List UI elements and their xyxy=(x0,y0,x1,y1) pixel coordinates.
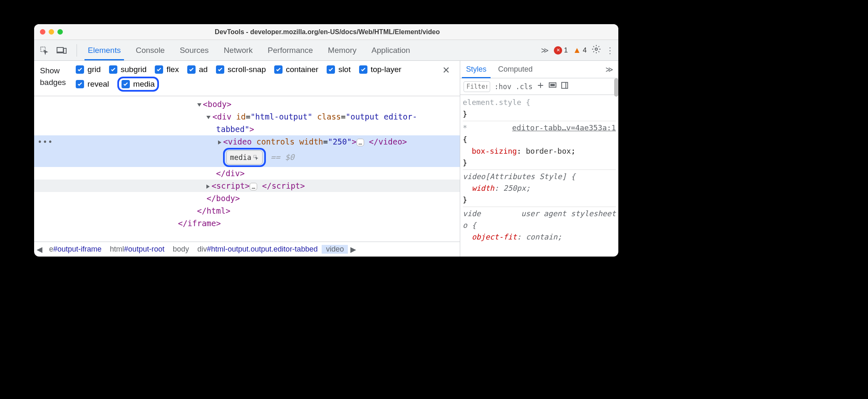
rule-source-link[interactable]: editor-tabb…v=4ae353a:1 xyxy=(512,122,616,134)
computed-style-icon[interactable] xyxy=(548,82,557,91)
dom-node[interactable]: <div id="html-output" class="output edit… xyxy=(34,110,460,123)
css-value[interactable]: 250px xyxy=(503,184,526,192)
error-count: 1 xyxy=(564,46,568,55)
tab-styles[interactable]: Styles xyxy=(460,61,492,78)
styles-tabs: Styles Computed ≫ xyxy=(460,61,618,78)
more-menu-icon[interactable]: ⋮ xyxy=(606,45,614,55)
elements-pane: Showbadges grid subgrid flex ad scroll-s… xyxy=(34,61,460,257)
close-badges-bar[interactable]: ✕ xyxy=(438,65,454,76)
badge-flex[interactable]: flex xyxy=(155,65,179,74)
new-rule-icon[interactable] xyxy=(537,82,544,91)
tab-elements[interactable]: Elements xyxy=(80,40,128,60)
hov-button[interactable]: :hov xyxy=(494,82,511,91)
dom-selected-node[interactable]: ••• <video controls width="250">… </vide… xyxy=(34,135,460,167)
checkbox-icon xyxy=(359,65,367,74)
css-property[interactable]: box-sizing xyxy=(472,147,517,155)
checkbox-icon xyxy=(109,65,117,74)
expand-icon[interactable] xyxy=(206,116,211,119)
toolbar-right: ≫ ✕1 ▲4 ⋮ xyxy=(541,45,614,56)
badge-scroll-snap[interactable]: scroll-snap xyxy=(216,65,266,74)
ua-stylesheet-label: user agent stylesheet xyxy=(521,208,616,219)
css-value[interactable]: contain xyxy=(526,232,558,241)
dom-tree[interactable]: <body> <div id="html-output" class="outp… xyxy=(34,96,460,242)
gutter-icon: ••• xyxy=(34,135,56,148)
expand-icon[interactable] xyxy=(197,103,201,107)
media-badge[interactable]: media xyxy=(226,150,263,165)
svg-rect-9 xyxy=(551,84,554,86)
breadcrumb-left-icon[interactable]: ◀ xyxy=(34,245,45,254)
badge-reveal[interactable]: reveal xyxy=(76,77,109,92)
window-title: DevTools - developer.mozilla.org/en-US/d… xyxy=(42,28,613,36)
badges-bar: Showbadges grid subgrid flex ad scroll-s… xyxy=(34,61,460,96)
checkbox-icon xyxy=(187,65,196,74)
panel-tabs: Elements Console Sources Network Perform… xyxy=(80,40,418,60)
rule-selector[interactable]: * xyxy=(463,123,467,132)
settings-icon[interactable] xyxy=(592,45,601,56)
tab-memory[interactable]: Memory xyxy=(320,40,364,60)
badge-grid[interactable]: grid xyxy=(76,65,101,74)
checkbox-icon xyxy=(274,65,283,74)
more-tabs-icon[interactable]: ≫ xyxy=(541,46,549,55)
scrollbar-thumb[interactable] xyxy=(614,78,618,97)
badge-slot[interactable]: slot xyxy=(327,65,351,74)
ellipsis-pill[interactable]: … xyxy=(357,139,364,146)
tab-sources[interactable]: Sources xyxy=(172,40,216,60)
checkbox-icon xyxy=(216,65,224,74)
dom-node[interactable]: </iframe> xyxy=(34,217,460,229)
dom-node[interactable]: </body> xyxy=(34,192,460,204)
toggle-sidebar-icon[interactable] xyxy=(561,82,568,91)
breadcrumb-right-icon[interactable]: ▶ xyxy=(348,245,359,254)
breadcrumb: ◀ e#output-iframe html#output-root body … xyxy=(34,242,460,257)
warning-icon: ▲ xyxy=(573,45,581,55)
expand-icon[interactable] xyxy=(206,185,210,189)
checkbox-icon xyxy=(76,80,84,88)
tab-application[interactable]: Application xyxy=(364,40,418,60)
svg-rect-3 xyxy=(64,48,66,53)
css-property[interactable]: object-fit xyxy=(472,232,517,241)
expand-icon[interactable] xyxy=(218,140,221,145)
badge-top-layer[interactable]: top-layer xyxy=(359,65,402,74)
more-tabs-icon[interactable]: ≫ xyxy=(600,61,618,78)
tab-console[interactable]: Console xyxy=(128,40,172,60)
dom-node[interactable]: </html> xyxy=(34,204,460,217)
errors-indicator[interactable]: ✕1 xyxy=(554,46,568,55)
inspect-element-icon[interactable] xyxy=(38,45,50,56)
breadcrumb-item[interactable]: body xyxy=(169,245,193,254)
main-toolbar: Elements Console Sources Network Perform… xyxy=(34,40,618,61)
tab-performance[interactable]: Performance xyxy=(260,40,320,60)
media-badge-highlighted: media xyxy=(223,148,266,167)
filter-input[interactable] xyxy=(464,81,490,92)
breadcrumb-item[interactable]: html#output-root xyxy=(106,245,169,254)
rule-selector[interactable]: element.style { xyxy=(463,98,531,107)
css-property[interactable]: width xyxy=(472,184,494,192)
badges-items: grid subgrid flex ad scroll-snap contain… xyxy=(76,65,438,92)
warnings-indicator[interactable]: ▲4 xyxy=(573,45,587,55)
rule-brace: } xyxy=(463,110,467,118)
breadcrumb-item[interactable]: e#output-iframe xyxy=(45,245,106,254)
rule-selector[interactable]: vide xyxy=(463,209,481,218)
dom-node[interactable]: <script>… </script> xyxy=(34,180,460,192)
titlebar: DevTools - developer.mozilla.org/en-US/d… xyxy=(34,24,618,40)
styles-body[interactable]: element.style { } * editor-tabb…v=4ae353… xyxy=(460,95,618,257)
breadcrumb-item[interactable]: div#html-output.output.editor-tabbed xyxy=(193,245,322,254)
badge-subgrid[interactable]: subgrid xyxy=(109,65,146,74)
dom-node[interactable]: </div> xyxy=(34,167,460,180)
cls-button[interactable]: .cls xyxy=(516,82,533,91)
breadcrumb-item-selected[interactable]: video xyxy=(322,245,348,254)
svg-point-4 xyxy=(595,48,598,50)
css-value[interactable]: border-box xyxy=(526,147,571,155)
rule-selector[interactable]: video[Attributes Style] { xyxy=(463,172,575,181)
svg-rect-10 xyxy=(562,82,568,88)
dom-node[interactable]: <body> xyxy=(34,98,460,110)
badge-container[interactable]: container xyxy=(274,65,318,74)
tab-network[interactable]: Network xyxy=(216,40,260,60)
device-toolbar-icon[interactable] xyxy=(56,45,67,56)
badge-media[interactable]: media xyxy=(122,80,155,89)
badges-label: Showbadges xyxy=(40,65,66,88)
tab-computed[interactable]: Computed xyxy=(492,61,538,78)
devtools-window: DevTools - developer.mozilla.org/en-US/d… xyxy=(34,24,618,257)
ellipsis-pill[interactable]: … xyxy=(250,183,257,190)
badge-ad[interactable]: ad xyxy=(187,65,208,74)
inspect-icon xyxy=(253,155,259,160)
badge-media-highlighted: media xyxy=(117,77,159,92)
